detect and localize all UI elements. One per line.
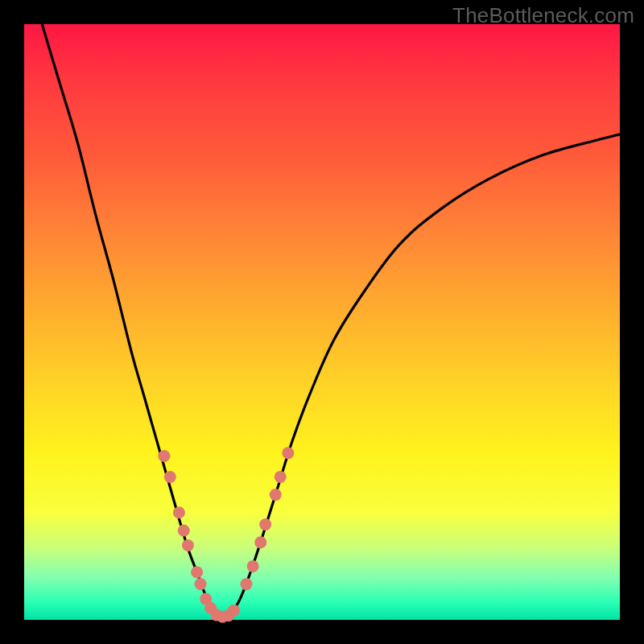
marker-dot	[182, 539, 194, 551]
marker-dot	[254, 536, 266, 548]
marker-dot	[282, 447, 294, 459]
curve-right	[227, 134, 620, 617]
plot-area	[24, 24, 620, 620]
marker-dot	[247, 560, 259, 572]
watermark-text: TheBottleneck.com	[452, 3, 634, 28]
marker-dot	[178, 525, 190, 537]
marker-dot	[173, 506, 185, 518]
marker-dot	[164, 471, 176, 483]
marker-dot	[158, 450, 170, 462]
marker-dot	[191, 566, 203, 578]
chart-frame: TheBottleneck.com	[0, 0, 644, 644]
marker-dot	[228, 605, 240, 617]
curve-left	[42, 24, 221, 617]
marker-dot	[259, 518, 271, 530]
curve-svg	[24, 24, 620, 620]
markers-group	[158, 447, 294, 623]
marker-dot	[195, 578, 207, 590]
marker-dot	[270, 489, 282, 501]
marker-dot	[275, 471, 287, 483]
marker-dot	[241, 578, 253, 590]
